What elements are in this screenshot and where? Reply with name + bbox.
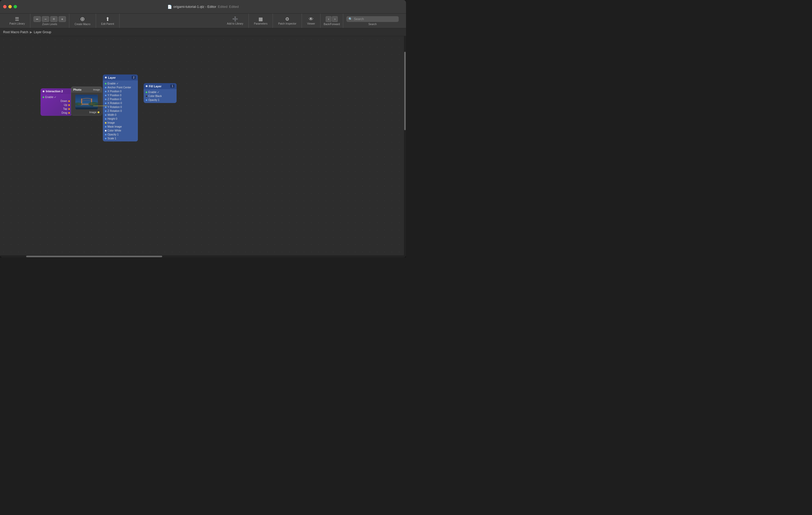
back-button[interactable]: ‹ [326,16,331,22]
node-layer-header: Layer 2 [103,74,138,81]
zoom-plus-button[interactable]: + [59,16,66,22]
port-dot [105,83,107,85]
viewer-button[interactable]: 👁 Viewer [305,16,317,26]
add-to-library-label: Add to Library [227,22,243,25]
layer-port-yrot: Y Rotation 0 [103,105,138,109]
zoom-group: •• − = + Zoom Levels [30,13,69,28]
back-forward-group: ‹ › Back/Forward [320,13,343,28]
horizontal-scrollbar[interactable] [0,255,406,258]
zoom-fit-icon: •• [36,18,38,21]
zoom-plus-icon: + [61,17,63,21]
port-dot-up [68,104,70,106]
node-layer-title: Layer [108,76,116,79]
edit-parent-label: Edit Parent [101,23,114,25]
zoom-levels-label: Zoom Levels [42,23,57,26]
up-arrow-icon: ⬆ [106,17,110,22]
main-window: 📄 origami-tutorial-1.qtz - Editor Edited… [0,0,406,258]
port-dot [105,118,107,120]
node-interaction-body: Enable ✓ Down Up Tap Drag [40,94,72,116]
viewer-group: 👁 Viewer [302,13,320,28]
port-dot-enable [42,96,44,98]
node-fill-layer[interactable]: Fill Layer 1 Enable ✓ Color Black Opacit… [144,83,177,103]
node-interaction-2[interactable]: Interaction 2 Enable ✓ Down Up Tap [40,88,72,116]
node-photo[interactable]: Photo Image [71,87,102,116]
forward-icon: › [334,17,336,21]
patch-library-label: Patch Library [9,22,25,25]
back-icon: ‹ [328,17,329,21]
breadcrumb-bar: Root Macro Patch ▶ Layer Group [0,28,406,36]
port-dot [105,134,107,135]
zoom-minus-button[interactable]: − [42,16,49,22]
canvas-area[interactable]: Interaction 2 Enable ✓ Down Up Tap [0,36,406,258]
parameters-button[interactable]: ▦ Parameters [252,16,270,26]
traffic-lights [3,5,17,8]
patch-library-button[interactable]: ☰ Patch Library [7,16,27,26]
search-box[interactable]: 🔍 [346,16,399,22]
port-dot [105,98,107,100]
port-dot-tap [68,108,70,110]
port-dot [105,107,107,108]
layer-port-xpos: X Position 0 [103,89,138,93]
patch-inspector-group: ⚙ Patch Inspector [273,13,301,28]
breadcrumb-arrow: ▶ [30,30,32,34]
node-layer[interactable]: Layer 2 Enable ✓ Anchor Point Center X P… [103,74,138,142]
maximize-button[interactable] [13,5,17,8]
close-button[interactable] [3,5,6,8]
title-edited: Edited [229,5,239,9]
node-dot [42,90,45,92]
viewer-label: Viewer [307,22,315,25]
create-macro-button[interactable]: ⊕ Create Macro [72,15,93,27]
titlebar: 📄 origami-tutorial-1.qtz - Editor Edited… [0,0,406,13]
port-dot [146,91,147,93]
parameters-label: Parameters [254,22,268,25]
search-group: 🔍 Search [343,13,402,28]
layer-port-image: Image [103,121,138,125]
layer-port-mask: Mask Image [103,125,138,129]
layer-port-xrot: X Rotation 0 [103,101,138,105]
patch-inspector-label: Patch Inspector [278,22,296,25]
fill-port-color: Color Black [144,94,177,98]
breadcrumb-current[interactable]: Layer Group [34,30,51,34]
vertical-scrollbar[interactable] [404,36,406,255]
minimize-button[interactable] [8,5,12,8]
viewer-icon: 👁 [309,17,313,22]
file-icon: 📄 [167,5,172,9]
add-library-group: ➕ Add to Library [222,13,249,28]
edit-parent-button[interactable]: ⬆ Edit Parent [99,16,116,26]
port-dot-drag [68,112,70,114]
zoom-equals-icon: = [53,17,55,21]
layer-port-height: Height 0 [103,117,138,121]
scrollbar-thumb-v[interactable] [404,52,406,130]
forward-button[interactable]: › [332,16,338,22]
layer-port-width: Width 0 [103,113,138,117]
node-photo-title: Photo [73,88,81,91]
node-layer-badge: 2 [132,76,136,79]
title-subtitle: Edited [218,5,228,9]
node-layer-body: Enable ✓ Anchor Point Center X Position … [103,81,138,142]
node-photo-header: Photo Image [71,87,102,93]
plus-icon: ⊕ [80,16,85,22]
layer-port-zrot: Z Rotation 0 [103,109,138,113]
create-macro-group: ⊕ Create Macro [69,13,96,28]
add-to-library-button[interactable]: ➕ Add to Library [225,16,245,26]
node-fill-badge: 1 [170,85,174,88]
zoom-minus-icon: − [45,17,47,21]
scrollbar-thumb-h[interactable] [26,256,162,257]
svg-rect-1 [75,95,98,109]
patch-inspector-button[interactable]: ⚙ Patch Inspector [276,16,298,26]
zoom-fit-button[interactable]: •• [33,16,41,22]
layer-port-scale: Scale 1 [103,137,138,141]
breadcrumb-root[interactable]: Root Macro Patch [3,30,28,34]
inspector-icon: ⚙ [285,17,289,22]
edit-parent-group: ⬆ Edit Parent [96,13,120,28]
add-library-icon: ➕ [232,17,238,22]
port-enable: Enable ✓ [40,95,72,99]
node-fill-title: Fill Layer [149,85,162,88]
search-input[interactable] [354,17,397,21]
port-dot-down [68,100,70,102]
zoom-equals-button[interactable]: = [50,16,58,22]
svg-rect-3 [81,98,82,105]
svg-rect-4 [91,98,92,105]
fill-port-enable: Enable ✓ [144,90,177,94]
layer-port-enable: Enable ✓ [103,82,138,86]
